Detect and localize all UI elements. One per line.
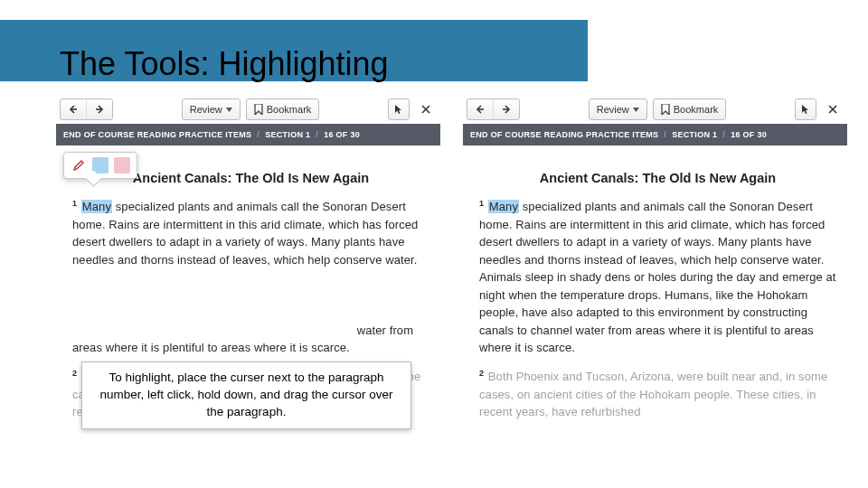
- breadcrumb-section: SECTION 1: [265, 130, 310, 139]
- paragraph-1[interactable]: 1 Many specialized plants and animals ca…: [479, 198, 836, 357]
- bookmark-label: Bookmark: [674, 104, 719, 115]
- nav-buttons: [60, 99, 113, 120]
- blue-swatch[interactable]: [92, 157, 108, 174]
- close-button[interactable]: [415, 99, 437, 120]
- para-number: 1: [72, 199, 77, 208]
- pink-swatch[interactable]: [114, 157, 130, 174]
- review-label: Review: [597, 104, 629, 115]
- highlighted-word: Many: [488, 200, 519, 213]
- review-dropdown[interactable]: Review: [182, 99, 241, 120]
- bookmark-icon: [661, 104, 670, 115]
- pointer-icon: [801, 104, 810, 115]
- review-dropdown[interactable]: Review: [589, 99, 647, 120]
- breadcrumb-position: 16 OF 30: [731, 130, 767, 139]
- bookmark-button[interactable]: Bookmark: [246, 99, 320, 120]
- toolbar: Review Bookmark: [56, 95, 440, 124]
- caret-icon: [633, 108, 639, 112]
- breadcrumb-sep: /: [722, 130, 725, 139]
- breadcrumb: END OF COURSE READING PRACTICE ITEMS / S…: [56, 124, 440, 145]
- forward-button[interactable]: [87, 99, 112, 119]
- forward-button[interactable]: [494, 99, 519, 119]
- close-icon: [828, 105, 837, 114]
- back-icon: [475, 104, 486, 115]
- back-icon: [68, 104, 79, 115]
- bookmark-label: Bookmark: [267, 104, 312, 115]
- paragraph-1[interactable]: 1 Many specialized plants and animals ca…: [72, 198, 429, 357]
- breadcrumb-sep: /: [664, 130, 666, 139]
- review-label: Review: [190, 104, 222, 115]
- bookmark-icon: [254, 104, 263, 115]
- pointer-button[interactable]: [795, 99, 816, 120]
- highlight-popover: [63, 152, 137, 179]
- para-text-a: specialized plants and animals call the …: [72, 200, 418, 267]
- highlighted-word: Many: [81, 200, 112, 213]
- para-tail: water from areas where it is plentiful t…: [72, 324, 413, 355]
- breadcrumb-sep: /: [257, 130, 259, 139]
- breadcrumb-position: 16 OF 30: [324, 130, 360, 139]
- pointer-icon: [394, 104, 403, 115]
- breadcrumb-course: END OF COURSE READING PRACTICE ITEMS: [470, 130, 658, 139]
- paragraph-2[interactable]: 2 Both Phoenix and Tucson, Arizona, were…: [479, 368, 836, 421]
- forward-icon: [501, 104, 512, 115]
- screenshot-right: Review Bookmark END OF COURSE READING PR…: [463, 95, 847, 488]
- article-content: Ancient Canals: The Old Is New Again 1 M…: [463, 145, 847, 421]
- nav-buttons: [467, 99, 520, 120]
- para-number: 2: [479, 369, 484, 378]
- bookmark-button[interactable]: Bookmark: [653, 99, 727, 120]
- para-text-b: Animals sleep in shady dens or holes dur…: [479, 270, 836, 354]
- para-text: Both Phoenix and Tucson, Arizona, were b…: [479, 370, 827, 418]
- toolbar: Review Bookmark: [463, 95, 847, 124]
- breadcrumb: END OF COURSE READING PRACTICE ITEMS / S…: [463, 124, 847, 145]
- pointer-button[interactable]: [388, 99, 410, 120]
- caret-icon: [226, 108, 232, 112]
- forward-icon: [94, 104, 105, 115]
- breadcrumb-sep: /: [316, 130, 318, 139]
- close-icon: [421, 105, 430, 114]
- back-button[interactable]: [467, 99, 494, 119]
- close-button[interactable]: [822, 99, 844, 120]
- instruction-callout: To highlight, place the curser next to t…: [81, 361, 411, 429]
- pencil-swatch[interactable]: [71, 157, 87, 174]
- back-button[interactable]: [61, 99, 87, 119]
- pencil-icon: [72, 159, 85, 172]
- para-text-a: specialized plants and animals call the …: [479, 200, 825, 267]
- article-title: Ancient Canals: The Old Is New Again: [479, 171, 836, 185]
- breadcrumb-course: END OF COURSE READING PRACTICE ITEMS: [63, 130, 251, 139]
- para-number: 2: [72, 369, 77, 378]
- slide-title: The Tools: Highlighting: [60, 45, 389, 83]
- para-number: 1: [479, 199, 484, 208]
- breadcrumb-section: SECTION 1: [672, 130, 717, 139]
